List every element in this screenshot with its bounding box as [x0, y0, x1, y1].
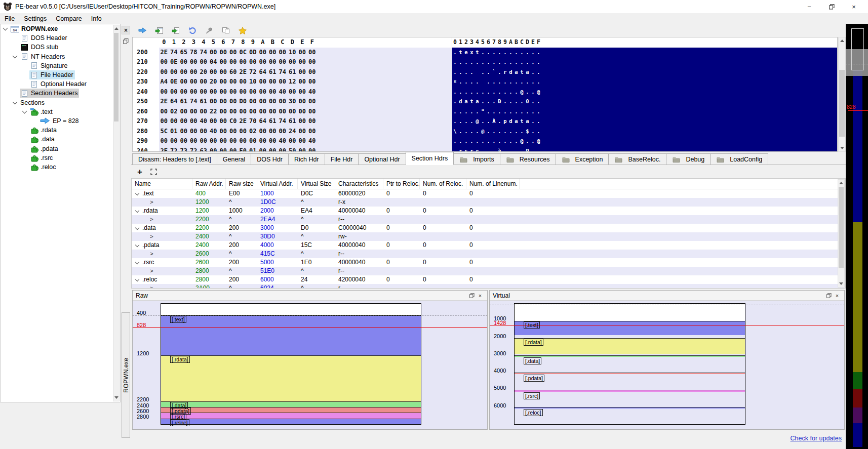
hex-byte[interactable]: 74	[189, 97, 199, 107]
scroll-down-icon[interactable]	[113, 394, 119, 401]
table-scrollbar[interactable]	[838, 179, 845, 288]
tab-general[interactable]: General	[217, 153, 251, 165]
hex-byte[interactable]: 61	[179, 97, 189, 107]
ascii-char[interactable]: .	[491, 87, 497, 97]
ascii-char[interactable]: t	[469, 97, 475, 107]
ascii-char[interactable]: .	[475, 136, 480, 146]
hex-byte[interactable]: 00	[169, 67, 179, 77]
ascii-char[interactable]: .	[491, 57, 497, 67]
float-panel-button[interactable]	[468, 292, 476, 299]
menu-compare[interactable]: Compare	[51, 14, 86, 23]
hex-byte[interactable]: 00	[297, 57, 307, 67]
ascii-char[interactable]: .	[508, 48, 514, 58]
hex-byte[interactable]: 00	[278, 77, 288, 87]
hex-byte[interactable]: 00	[159, 136, 169, 146]
hex-byte[interactable]: 00	[268, 57, 278, 67]
ascii-char[interactable]: .	[514, 97, 519, 107]
ascii-char[interactable]: .	[458, 87, 463, 97]
scroll-up-icon[interactable]	[839, 37, 845, 44]
ascii-char[interactable]: .	[536, 97, 541, 107]
ascii-char[interactable]: .	[452, 57, 458, 67]
hex-byte[interactable]: 00	[169, 136, 179, 146]
hex-byte[interactable]: 00	[307, 97, 318, 107]
hex-byte[interactable]: 40	[199, 116, 209, 127]
ascii-char[interactable]: .	[530, 77, 536, 87]
table-row[interactable]: .rdata120010002000EA440000040000	[132, 207, 845, 215]
ascii-char[interactable]: \	[452, 127, 458, 137]
float-dock-button[interactable]	[122, 37, 130, 46]
ascii-char[interactable]: .	[491, 97, 497, 107]
hex-byte[interactable]: 00	[228, 146, 239, 152]
ascii-char[interactable]: .	[497, 87, 502, 97]
hex-byte[interactable]: 00	[218, 107, 228, 117]
hex-byte[interactable]: 61	[268, 116, 278, 127]
ascii-char[interactable]: .	[458, 57, 463, 67]
hex-byte[interactable]: 00	[268, 77, 278, 87]
hex-byte[interactable]: 00	[228, 48, 239, 58]
ascii-char[interactable]: s	[463, 146, 469, 152]
hex-byte[interactable]: 70	[248, 116, 258, 127]
hex-byte[interactable]: 00	[218, 57, 228, 67]
hex-byte[interactable]: 00	[228, 107, 239, 117]
ascii-char[interactable]: .	[463, 116, 469, 127]
ascii-char[interactable]: "	[480, 107, 486, 117]
ascii-char[interactable]: .	[519, 146, 525, 152]
section-block-data[interactable]	[161, 401, 421, 407]
hex-byte[interactable]: 61	[288, 116, 298, 127]
ascii-char[interactable]: .	[452, 146, 458, 152]
hex-byte[interactable]: 00	[297, 67, 307, 77]
ascii-char[interactable]: .	[502, 87, 508, 97]
hex-byte[interactable]: 00	[218, 146, 228, 152]
ascii-char[interactable]: .	[502, 136, 508, 146]
row-expander-icon[interactable]	[135, 191, 139, 195]
hex-byte[interactable]: 00	[169, 87, 179, 97]
ascii-char[interactable]: .	[469, 67, 475, 77]
row-expander-icon[interactable]	[135, 260, 139, 264]
hex-byte[interactable]: 00	[228, 57, 239, 67]
ascii-char[interactable]: .	[530, 87, 536, 97]
pin-button[interactable]	[205, 26, 214, 34]
hex-byte[interactable]: 00	[218, 67, 228, 77]
hex-byte[interactable]: 00	[199, 57, 209, 67]
tree-expander-icon[interactable]	[3, 26, 8, 31]
hex-byte[interactable]: 00	[179, 136, 189, 146]
ascii-char[interactable]: .	[508, 87, 514, 97]
ascii-char[interactable]: .	[508, 97, 514, 107]
hex-byte[interactable]: 00	[228, 136, 239, 146]
ascii-char[interactable]: .	[491, 136, 497, 146]
minimap[interactable]: 828	[846, 24, 868, 449]
hex-byte[interactable]: 10	[248, 77, 258, 87]
tree-item-ep-828[interactable]: EP = 828	[1, 116, 120, 126]
hex-byte[interactable]: 72	[189, 146, 199, 152]
section-block-rsrc[interactable]	[161, 413, 421, 418]
ascii-char[interactable]: .	[469, 127, 475, 137]
ascii-char[interactable]: À	[491, 116, 497, 127]
ascii-char[interactable]: .	[502, 107, 508, 117]
section-block-rsrc[interactable]	[515, 390, 745, 392]
hex-byte[interactable]: 00	[297, 127, 307, 137]
ascii-char[interactable]: r	[458, 146, 463, 152]
hex-byte[interactable]: 00	[218, 127, 228, 137]
ascii-char[interactable]: r	[469, 146, 475, 152]
minimize-button[interactable]: −	[798, 1, 820, 13]
ascii-char[interactable]: @	[480, 127, 486, 137]
ascii-char[interactable]: .	[452, 97, 458, 107]
ascii-char[interactable]: .	[491, 107, 497, 117]
tree-item-ropwn-exe[interactable]: 64ROPWN.exe	[1, 24, 120, 33]
ascii-char[interactable]: .	[536, 146, 541, 152]
ascii-char[interactable]: .	[486, 67, 491, 77]
maximize-view-icon[interactable]	[149, 168, 159, 176]
hex-byte[interactable]: 2E	[159, 97, 169, 107]
hex-byte[interactable]: 00	[189, 57, 199, 67]
ascii-char[interactable]: .	[452, 67, 458, 77]
section-block-text[interactable]	[515, 321, 745, 335]
hex-byte[interactable]: 00	[307, 57, 318, 67]
ascii-char[interactable]: e	[463, 48, 469, 58]
hex-byte[interactable]: 00	[307, 107, 318, 117]
tree-expander-icon[interactable]	[13, 53, 18, 58]
ascii-char[interactable]: .	[525, 57, 530, 67]
hex-byte[interactable]: 00	[297, 97, 307, 107]
hex-byte[interactable]: 00	[307, 146, 318, 152]
import-window-button[interactable]	[154, 26, 164, 34]
hex-byte[interactable]: 24	[288, 127, 298, 137]
